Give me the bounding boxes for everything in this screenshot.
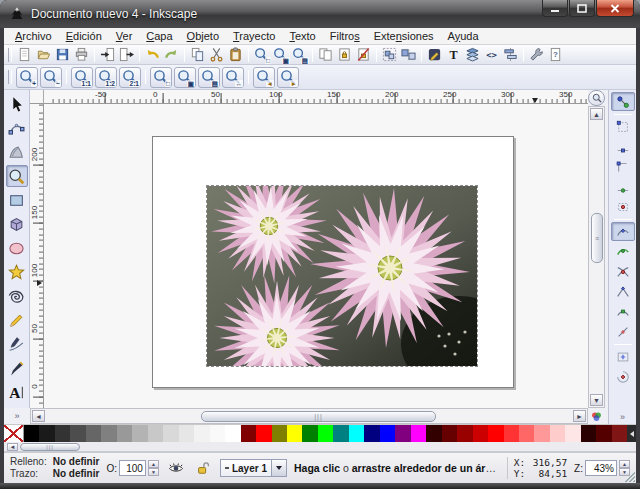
horizontal-scrollbar[interactable]: ◄ ||| ► xyxy=(30,408,588,424)
color-swatch[interactable] xyxy=(272,425,287,442)
scroll-up-button[interactable]: ▲ xyxy=(590,108,603,120)
pencil-tool-button[interactable] xyxy=(6,309,28,331)
color-swatch[interactable] xyxy=(612,425,627,442)
bezier-tool-button[interactable] xyxy=(6,333,28,355)
save-document-button[interactable] xyxy=(53,46,72,64)
color-swatch[interactable] xyxy=(380,425,395,442)
star-tool-button[interactable] xyxy=(6,261,28,283)
layers-dialog-button[interactable] xyxy=(463,46,482,64)
color-swatch[interactable] xyxy=(163,425,178,442)
align-dialog-button[interactable] xyxy=(501,46,520,64)
zoom-to-drawing-button[interactable]: ▣ xyxy=(271,46,290,64)
color-swatch[interactable] xyxy=(411,425,426,442)
palette-scrollbar[interactable]: ◄ ||| xyxy=(4,442,636,452)
vertical-scroll-thumb[interactable]: ≡ xyxy=(591,213,603,263)
scroll-right-button[interactable]: ► xyxy=(573,410,586,422)
color-swatch[interactable] xyxy=(179,425,194,442)
cut-button[interactable] xyxy=(207,46,226,64)
snap-object-centers-button[interactable] xyxy=(611,347,635,366)
scroll-down-button[interactable]: ▼ xyxy=(590,394,603,406)
zoom-2-1-button[interactable]: 2:1 xyxy=(119,67,141,88)
color-swatch[interactable] xyxy=(550,425,565,442)
color-swatch[interactable] xyxy=(194,425,209,442)
text-dialog-button[interactable]: T xyxy=(444,46,463,64)
zoom-tool-button[interactable] xyxy=(6,165,28,187)
open-document-button[interactable] xyxy=(34,46,53,64)
color-swatch[interactable] xyxy=(101,425,116,442)
color-swatch[interactable] xyxy=(333,425,348,442)
color-swatch[interactable] xyxy=(596,425,611,442)
color-swatch[interactable] xyxy=(256,425,271,442)
box3d-tool-button[interactable] xyxy=(6,213,28,235)
ungroup-button[interactable] xyxy=(399,46,418,64)
color-swatch[interactable] xyxy=(426,425,441,442)
create-clone-button[interactable] xyxy=(335,46,354,64)
zoom-to-selection-button[interactable]: □ xyxy=(252,46,271,64)
menu-extensiones[interactable]: Extensiones xyxy=(367,28,441,45)
zoom-previous-button[interactable]: ◄ xyxy=(253,67,275,88)
close-button[interactable] xyxy=(596,0,634,17)
opacity-input[interactable]: 100 xyxy=(119,460,146,476)
color-swatch[interactable] xyxy=(364,425,379,442)
snap-to-paths-button[interactable] xyxy=(611,242,635,261)
color-swatch[interactable] xyxy=(565,425,580,442)
color-swatch[interactable] xyxy=(488,425,503,442)
color-swatch[interactable] xyxy=(395,425,410,442)
ellipse-tool-button[interactable] xyxy=(6,237,28,259)
palette-scroll-thumb[interactable]: ||| xyxy=(20,443,80,451)
vertical-ruler[interactable]: 200150100500 xyxy=(30,104,44,408)
import-bitmap-button[interactable] xyxy=(98,46,117,64)
menu-objeto[interactable]: Objeto xyxy=(180,28,226,45)
zoom-1-1-button[interactable]: 1:1 xyxy=(71,67,93,88)
layer-lock-toggle[interactable] xyxy=(193,459,213,477)
enable-snapping-button[interactable] xyxy=(611,92,635,111)
text-tool-button[interactable]: A xyxy=(6,381,28,403)
group-button[interactable] xyxy=(380,46,399,64)
snap-line-midpoints-button[interactable] xyxy=(611,322,635,341)
opacity-spinners[interactable]: ▲▼ xyxy=(148,460,159,476)
maximize-button[interactable] xyxy=(569,0,595,17)
snap-smooth-nodes-button[interactable] xyxy=(611,302,635,321)
toolbox-overflow-button[interactable]: » xyxy=(4,408,30,424)
print-document-button[interactable] xyxy=(72,46,91,64)
xml-editor-button[interactable]: <> xyxy=(482,46,501,64)
color-swatch[interactable] xyxy=(504,425,519,442)
rectangle-tool-button[interactable] xyxy=(6,189,28,211)
color-swatch[interactable] xyxy=(473,425,488,442)
color-swatch[interactable] xyxy=(132,425,147,442)
color-swatch[interactable] xyxy=(349,425,364,442)
snap-cusp-nodes-button[interactable] xyxy=(611,282,635,301)
minimize-button[interactable] xyxy=(542,0,568,17)
snap-overflow-button[interactable]: » xyxy=(620,410,625,424)
color-swatch[interactable] xyxy=(241,425,256,442)
paste-button[interactable] xyxy=(226,46,245,64)
color-swatch[interactable] xyxy=(148,425,163,442)
color-swatch[interactable] xyxy=(70,425,85,442)
zoom-to-page-button[interactable]: ▤ xyxy=(290,46,309,64)
node-tool-button[interactable] xyxy=(6,117,28,139)
fill-stroke-dialog-button[interactable] xyxy=(425,46,444,64)
color-swatch[interactable] xyxy=(86,425,101,442)
copy-button[interactable] xyxy=(188,46,207,64)
palette-scroll-left-button[interactable] xyxy=(627,425,636,442)
color-swatch[interactable] xyxy=(287,425,302,442)
menu-capa[interactable]: Capa xyxy=(139,28,179,45)
vertical-scrollbar[interactable]: ▲ ≡ ▼ xyxy=(588,106,605,408)
spiral-tool-button[interactable] xyxy=(6,285,28,307)
color-swatch[interactable] xyxy=(24,425,39,442)
title-bar[interactable]: Documento nuevo 4 - Inkscape xyxy=(0,0,640,28)
layer-selector[interactable]: Layer 1 xyxy=(220,459,287,477)
zoom-input[interactable]: 43% xyxy=(585,460,617,476)
menu-filtros[interactable]: Filtros xyxy=(323,28,367,45)
zoom-page-width-button[interactable]: ↔ xyxy=(222,67,244,88)
color-swatch[interactable] xyxy=(318,425,333,442)
redo-button[interactable] xyxy=(162,46,181,64)
sticky-zoom-toggle[interactable] xyxy=(588,90,605,106)
tweak-tool-button[interactable] xyxy=(6,141,28,163)
color-swatch[interactable] xyxy=(225,425,240,442)
snap-bbox-corners-button[interactable] xyxy=(611,157,635,176)
horizontal-scroll-thumb[interactable]: ||| xyxy=(201,411,436,422)
calligraphy-tool-button[interactable] xyxy=(6,357,28,379)
canvas[interactable] xyxy=(44,104,588,408)
export-bitmap-button[interactable] xyxy=(117,46,136,64)
